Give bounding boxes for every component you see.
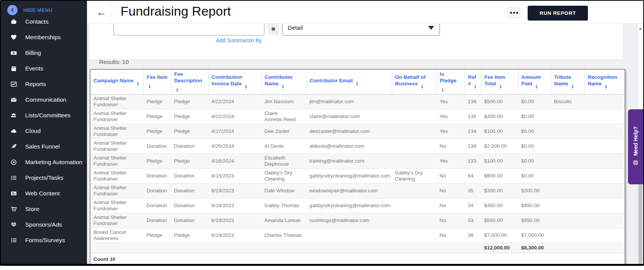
total-ref	[465, 243, 481, 253]
cell-contributor: Amanda Lorean	[261, 213, 306, 228]
list-icon	[10, 237, 18, 244]
cell-fee_item: Pledge	[143, 94, 171, 109]
cell-fee_total: $2,000.00	[481, 139, 518, 153]
cell-contributor: Charles Thomas	[261, 228, 306, 243]
sidebar-item-billing[interactable]: 0 Billing	[1, 45, 87, 61]
sidebar-item-lists-committees[interactable]: Lists/Committees	[1, 107, 87, 123]
column-header-ref[interactable]: Ref # ▲▼	[465, 70, 481, 94]
sidebar-item-label: Billing	[25, 50, 41, 56]
cell-fee_desc: Pledge	[171, 109, 208, 124]
shopping-cart-icon	[10, 206, 18, 212]
hide-menu-button[interactable]: HIDE MENU	[1, 1, 87, 19]
ellipsis-icon	[516, 12, 518, 14]
sidebar-item-label: Reports	[25, 81, 46, 88]
more-options-button[interactable]	[507, 6, 520, 19]
results-table-container: Campaign Name ▲▼Fee Item ▲▼Fee Descripti…	[90, 69, 625, 266]
cell-email: aldente@mailinator.com	[306, 139, 392, 153]
column-header-fee_total[interactable]: Fee Item Total ▲▼	[481, 70, 518, 94]
cell-contributor: Dee Zaster	[261, 124, 306, 139]
clear-criteria-button[interactable]: ✖	[268, 24, 279, 35]
sort-icon: ▲▼	[605, 85, 607, 89]
need-help-label: Need Help?	[633, 126, 639, 156]
cell-ref: 136	[465, 94, 481, 109]
need-help-tab[interactable]: Need Help?	[628, 109, 643, 184]
cell-fee_desc: Donation	[171, 198, 208, 213]
users-icon	[10, 112, 18, 119]
cell-recognition	[584, 139, 625, 153]
sidebar-item-events[interactable]: Events	[1, 61, 87, 76]
total-fee_item	[143, 243, 171, 253]
cell-contributor: Gabby Thomas	[261, 198, 306, 213]
sidebar-item-memberships[interactable]: Memberships	[1, 29, 87, 45]
column-header-invoice_date[interactable]: Contribution Invoice Date ▲▼	[208, 70, 261, 94]
cell-ref: 135	[465, 109, 481, 124]
cell-invoice_date: 6/19/2023	[208, 183, 261, 198]
scroll-up-arrow-icon[interactable]: ▲	[638, 27, 643, 30]
cell-fee_item: Pledge	[143, 124, 171, 139]
column-header-amount_paid[interactable]: Amount Paid ▲▼	[518, 70, 551, 94]
sidebar-item-projects-tasks[interactable]: Projects/Tasks	[1, 170, 87, 185]
sidebar-item-store[interactable]: Store	[1, 201, 87, 217]
column-header-contributor[interactable]: Contributor Name ▲▼	[261, 70, 306, 94]
sidebar-item-web-content[interactable]: Web Content	[1, 185, 87, 201]
cell-contributor: Claire Annette,Reed	[261, 109, 306, 124]
column-header-tribute[interactable]: Tribute Name ▲▼	[551, 70, 584, 94]
cell-fee_item: Donation	[143, 183, 171, 198]
close-icon: ✖	[271, 26, 275, 32]
total-email	[306, 243, 392, 253]
cell-fee_desc: Pledge	[171, 228, 208, 243]
cell-fee_total: $100.00	[481, 153, 518, 168]
cell-is_pledge: No	[436, 198, 465, 213]
sidebar-item-label: Marketing Automation	[25, 159, 82, 166]
sidebar-item-marketing-automation[interactable]: Marketing Automation	[1, 154, 87, 170]
cell-fee_item: Pledge	[143, 153, 171, 168]
envelope-icon	[10, 96, 18, 103]
sidebar-item-label: Communication	[25, 96, 66, 103]
cell-tribute: Biscuits	[551, 94, 584, 109]
sidebar-item-communication[interactable]: Communication	[1, 92, 87, 107]
cell-on_behalf	[392, 109, 436, 124]
top-bar: ← Fundraising Report RUN REPORT	[87, 1, 643, 24]
sort-icon: ▲▼	[356, 81, 358, 86]
column-header-fee_item[interactable]: Fee Item ▲▼	[143, 70, 171, 94]
column-header-recognition[interactable]: Recognition Name ▲▼	[584, 70, 625, 94]
cell-recognition	[584, 183, 625, 198]
cell-email: gabbysdrycleaning@mailinator.com	[306, 168, 392, 183]
sidebar-item-label: Sales Funnel	[25, 143, 60, 150]
sort-icon: ▲▼	[421, 85, 423, 89]
add-summarize-by-link[interactable]: Add Summarize By	[216, 37, 262, 43]
sidebar-item-sponsors-ads[interactable]: Sponsors/Ads	[1, 217, 87, 232]
sidebar-item-label: Forms/Surveys	[25, 237, 65, 244]
cell-tribute	[551, 213, 584, 228]
cell-amount_paid: $300.00	[518, 183, 551, 198]
header-divider	[111, 1, 111, 23]
sort-icon: ▲▼	[535, 85, 538, 89]
sidebar-item-reports[interactable]: Reports	[1, 76, 87, 92]
sidebar-item-label: Store	[25, 206, 39, 212]
cell-fee_desc: Pledge	[171, 153, 208, 168]
cell-fee_item: Donation	[143, 198, 171, 213]
run-report-button[interactable]: RUN REPORT	[528, 6, 588, 21]
column-header-is_pledge[interactable]: Is Pledge ▲▼	[436, 70, 465, 94]
cell-email: sushitogo@mailinator.com	[306, 213, 392, 228]
column-header-on_behalf[interactable]: On Behalf of Business ▲▼	[392, 70, 436, 94]
cell-recognition	[584, 168, 625, 183]
cell-amount_paid: $0.00	[518, 94, 551, 109]
cell-email: windowrepair@mailinator.com	[306, 183, 392, 198]
column-header-campaign[interactable]: Campaign Name ▲▼	[90, 70, 143, 94]
count-row: Count 10	[90, 253, 625, 266]
back-button[interactable]: ←	[95, 6, 108, 18]
sort-icon: ▲▼	[137, 81, 139, 86]
detail-select-value: Detail	[288, 24, 303, 31]
cloud-icon	[10, 128, 18, 134]
bullseye-icon	[10, 159, 18, 166]
sidebar-item-cloud[interactable]: Cloud	[1, 123, 87, 139]
cell-campaign: Breast Cancer Awareness	[90, 228, 143, 243]
column-header-email[interactable]: Contributor Email ▲▼	[306, 70, 392, 94]
sidebar-item-sales-funnel[interactable]: Sales Funnel	[1, 139, 87, 154]
sidebar-item-label: Cloud	[25, 128, 41, 134]
sidebar-item-forms-surveys[interactable]: Forms/Surveys	[1, 232, 87, 248]
column-header-fee_desc[interactable]: Fee Description ▲▼	[171, 70, 208, 94]
id-badge-icon	[10, 18, 18, 25]
cell-contributor: Jim Nassium	[261, 94, 306, 109]
